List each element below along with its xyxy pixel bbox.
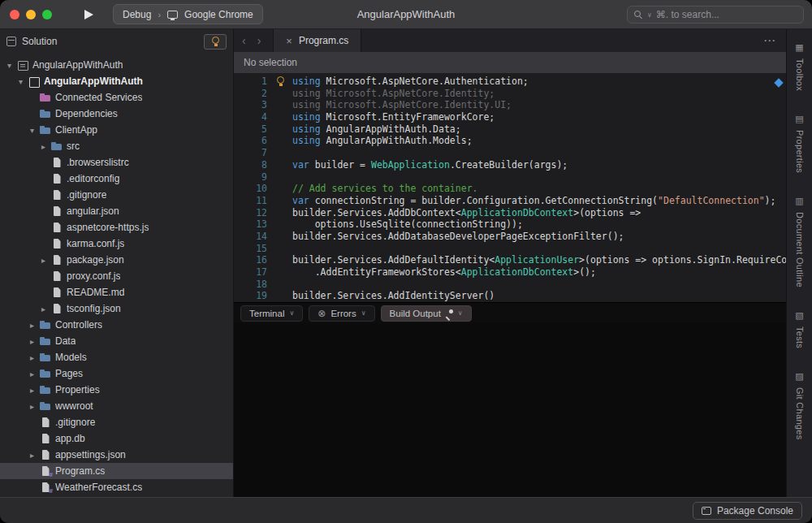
cs-icon bbox=[40, 482, 52, 493]
chevron-right-icon[interactable]: ▸ bbox=[28, 451, 37, 460]
chevron-down-icon[interactable]: ∨ bbox=[458, 309, 463, 317]
file-icon bbox=[40, 417, 52, 428]
panel-tab-label: Errors bbox=[330, 309, 356, 318]
tree-item-models[interactable]: ▸Models bbox=[0, 349, 233, 365]
tree-item-tsconfig-json[interactable]: ▸tsconfig.json bbox=[0, 300, 233, 317]
close-tab-icon[interactable]: × bbox=[286, 35, 292, 47]
tree-item-label: ClientApp bbox=[55, 124, 97, 136]
tree-item-package-json[interactable]: ▸package.json bbox=[0, 252, 233, 268]
minimize-window-button[interactable] bbox=[26, 10, 36, 19]
tree-item-editorconfig[interactable]: .editorconfig bbox=[0, 171, 233, 187]
chevron-right-icon[interactable]: ▸ bbox=[39, 142, 48, 151]
tree-item-properties[interactable]: ▸Properties bbox=[0, 382, 233, 398]
tree-item-data[interactable]: ▸Data bbox=[0, 333, 233, 349]
code-lines: 1using Microsoft.AspNetCore.Authenticati… bbox=[234, 76, 786, 302]
code-text: using Microsoft.EntityFrameworkCore; bbox=[292, 111, 495, 123]
gutter bbox=[274, 135, 292, 147]
build-output-panel[interactable] bbox=[234, 323, 786, 497]
tool-tab-toolbox[interactable]: ▦Toolbox bbox=[795, 42, 805, 91]
tree-item-aspnetcore-https-js[interactable]: aspnetcore-https.js bbox=[0, 219, 233, 236]
tests-icon: ▧ bbox=[795, 310, 803, 321]
tree-item-angularappwithauth[interactable]: ▾AngularAppWithAuth bbox=[0, 73, 233, 89]
tree-item-karma-conf-js[interactable]: karma.conf.js bbox=[0, 236, 233, 252]
tree-item-connected-services[interactable]: Connected Services bbox=[0, 89, 233, 106]
chevron-down-icon[interactable]: ▾ bbox=[16, 77, 25, 86]
gutter bbox=[274, 243, 292, 255]
chevron-down-icon[interactable]: ▾ bbox=[28, 126, 37, 135]
tree-item-proxy-conf-js[interactable]: proxy.conf.js bbox=[0, 268, 233, 284]
tool-tab-label: Toolbox bbox=[795, 58, 805, 91]
run-icon[interactable] bbox=[84, 10, 93, 19]
tree-item-label: wwwroot bbox=[55, 400, 93, 412]
tree-item-dependencies[interactable]: Dependencies bbox=[0, 106, 233, 122]
tool-tab-properties[interactable]: ▤Properties bbox=[795, 114, 805, 173]
navigate-forward-icon[interactable]: › bbox=[252, 34, 267, 47]
tree-item-angular-json[interactable]: angular.json bbox=[0, 203, 233, 219]
solution-tree: ▾AngularAppWithAuth▾AngularAppWithAuthCo… bbox=[0, 54, 233, 497]
panel-tab-terminal[interactable]: Terminal∨ bbox=[240, 305, 303, 322]
code-line: 16builder.Services.AddDefaultIdentity<Ap… bbox=[234, 254, 786, 266]
chevron-down-icon[interactable]: ∨ bbox=[289, 309, 294, 317]
tree-item-angularappwithauth[interactable]: ▾AngularAppWithAuth bbox=[0, 57, 233, 73]
tree-item-browserslistrc[interactable]: .browserslistrc bbox=[0, 154, 233, 171]
chevron-right-icon[interactable]: ▸ bbox=[28, 321, 37, 330]
code-line: 12builder.Services.AddDbContext<Applicat… bbox=[234, 207, 786, 219]
zoom-window-button[interactable] bbox=[42, 10, 52, 19]
tree-item-clientapp[interactable]: ▾ClientApp bbox=[0, 122, 233, 138]
chevron-right-icon: › bbox=[158, 10, 161, 19]
panel-tab-build-output[interactable]: Build Output∨ bbox=[381, 305, 472, 322]
package-console-button[interactable]: Package Console bbox=[693, 502, 802, 520]
pin-icon[interactable] bbox=[446, 309, 453, 317]
close-window-button[interactable] bbox=[10, 10, 19, 19]
chevron-right-icon[interactable]: ▸ bbox=[28, 370, 37, 378]
tab-label: Program.cs bbox=[299, 35, 348, 46]
chevron-right-icon[interactable]: ▸ bbox=[28, 402, 37, 411]
tool-tab-document-outline[interactable]: ▥Document Outline bbox=[795, 196, 805, 287]
file-icon bbox=[51, 238, 63, 249]
folder-icon bbox=[40, 124, 52, 136]
tree-item-appsettings-json[interactable]: ▸appsettings.json bbox=[0, 447, 233, 463]
code-editor[interactable]: 1using Microsoft.AspNetCore.Authenticati… bbox=[234, 73, 786, 302]
tree-item-gitignore[interactable]: .gitignore bbox=[0, 187, 233, 203]
folder-pink-icon bbox=[40, 92, 52, 103]
tree-item-app-db[interactable]: app.db bbox=[0, 430, 233, 447]
code-line: 13 options.UseSqlite(connectionString)); bbox=[234, 218, 786, 231]
run-configuration-selector[interactable]: Debug › Google Chrome bbox=[113, 4, 263, 24]
tab-overflow-icon[interactable]: ⋯ bbox=[753, 33, 786, 48]
line-number: 8 bbox=[234, 159, 274, 171]
tree-item-pages[interactable]: ▸Pages bbox=[0, 365, 233, 382]
tree-item-program-cs[interactable]: Program.cs bbox=[0, 463, 233, 479]
tree-item-src[interactable]: ▸src bbox=[0, 138, 233, 154]
chevron-right-icon[interactable]: ▸ bbox=[39, 305, 48, 313]
panel-tab-label: Terminal bbox=[249, 309, 284, 318]
line-number: 18 bbox=[234, 279, 274, 291]
gutter bbox=[274, 76, 292, 88]
panel-tab-errors[interactable]: ⊗Errors∨ bbox=[309, 305, 374, 322]
line-number: 15 bbox=[234, 243, 274, 255]
tree-item-label: app.db bbox=[55, 433, 85, 444]
lightbulb-icon[interactable] bbox=[276, 76, 284, 87]
tree-item-label: Program.cs bbox=[55, 465, 105, 477]
code-text: var connectionString = builder.Configura… bbox=[292, 195, 775, 207]
chevron-right-icon[interactable]: ▸ bbox=[28, 386, 37, 395]
tree-item-weatherforecast-cs[interactable]: WeatherForecast.cs bbox=[0, 479, 233, 495]
navigate-back-icon[interactable]: ‹ bbox=[234, 34, 252, 47]
chevron-down-icon[interactable]: ∨ bbox=[361, 309, 366, 317]
gutter bbox=[274, 159, 292, 171]
preview-toggle-button[interactable] bbox=[204, 34, 227, 50]
tree-item-gitignore[interactable]: .gitignore bbox=[0, 414, 233, 430]
chevron-right-icon[interactable]: ▸ bbox=[28, 337, 37, 346]
tab-program-cs[interactable]: × Program.cs bbox=[273, 29, 361, 52]
tool-tab-git-changes[interactable]: ▨Git Changes bbox=[795, 371, 805, 439]
tree-item-label: .gitignore bbox=[55, 417, 95, 428]
tree-item-controllers[interactable]: ▸Controllers bbox=[0, 317, 233, 333]
tool-tab-tests[interactable]: ▧Tests bbox=[795, 310, 805, 348]
tree-item-label: src bbox=[67, 140, 80, 152]
gutter bbox=[274, 266, 292, 279]
chevron-right-icon[interactable]: ▸ bbox=[28, 353, 37, 362]
chevron-right-icon[interactable]: ▸ bbox=[39, 256, 48, 265]
chevron-down-icon[interactable]: ▾ bbox=[5, 61, 14, 70]
tree-item-readme-md[interactable]: README.md bbox=[0, 284, 233, 300]
tree-item-wwwroot[interactable]: ▸wwwroot bbox=[0, 398, 233, 414]
search-field[interactable]: ∨ ⌘. to search... bbox=[627, 6, 804, 24]
